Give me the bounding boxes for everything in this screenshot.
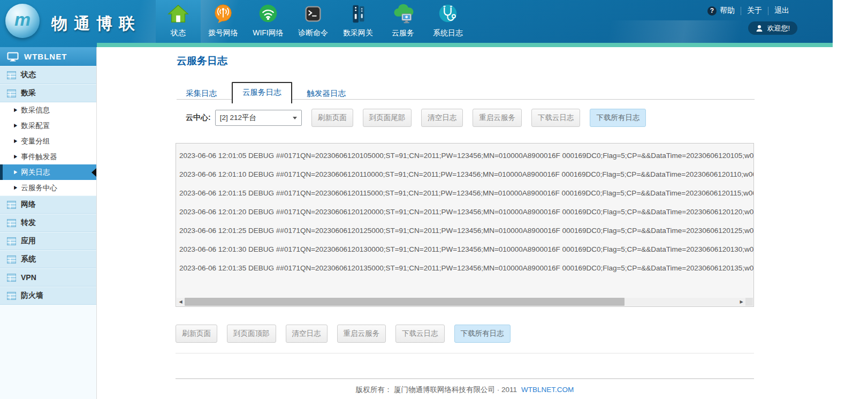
about-link[interactable]: 关于	[741, 6, 768, 16]
table-icon	[7, 201, 16, 209]
sidebar-item-vpn[interactable]: VPN	[0, 268, 96, 287]
refresh-page-button[interactable]: 刷新页面	[311, 109, 353, 127]
clear-log-button[interactable]: 清空日志	[421, 109, 463, 127]
sidebar-item-label: 状态	[21, 70, 36, 80]
sidebar-subitem-data-config[interactable]: ▶ 数采配置	[0, 118, 96, 133]
sidebar-subitem-gateway-log[interactable]: ▶ 网关日志	[0, 164, 96, 180]
table-icon	[7, 237, 16, 245]
clear-log-button-bottom[interactable]: 清空日志	[286, 325, 328, 343]
download-all-logs-button[interactable]: 下载所有日志	[590, 109, 646, 127]
sidebar-item-network[interactable]: 网络	[0, 195, 96, 214]
sidebar-item-label: 网络	[21, 200, 36, 209]
welcome-text: 欢迎您!	[767, 24, 790, 33]
monitor-icon	[7, 52, 19, 62]
go-to-page-top-button[interactable]: 到页面顶部	[227, 325, 276, 343]
sidebar-item-label: 防火墙	[21, 291, 43, 300]
triangle-icon: ▶	[14, 138, 17, 144]
triangle-icon: ▶	[14, 169, 17, 175]
nav-item-label: 诊断命令	[298, 28, 328, 38]
brand-logo-letter: m	[14, 9, 31, 30]
sidebar-item-application[interactable]: 应用	[0, 232, 96, 250]
sidebar-device-header: WTBLNET	[0, 47, 96, 66]
table-icon	[7, 255, 16, 264]
sidebar-subitem-variable-group[interactable]: ▶ 变量分组	[0, 133, 96, 149]
home-icon	[167, 2, 189, 26]
nav-item-system-log[interactable]: 系统日志	[425, 0, 470, 43]
download-cloud-log-button-bottom[interactable]: 下载云日志	[395, 325, 445, 343]
table-icon	[7, 274, 16, 282]
sidebar-item-label: 数采	[21, 88, 36, 98]
triangle-icon: ▶	[14, 107, 17, 112]
log-tabs: 采集日志 云服务日志 触发器日志	[178, 82, 354, 103]
scroll-right-arrow-icon[interactable]: ▶	[737, 298, 745, 306]
gateway-icon	[347, 2, 369, 26]
brand-name: 物通博联	[51, 13, 141, 35]
sidebar-item-label: 应用	[21, 236, 36, 246]
dial-network-icon	[212, 2, 234, 26]
tab-collect-log[interactable]: 采集日志	[178, 84, 225, 103]
wifi-icon	[257, 2, 279, 26]
chevron-down-icon	[293, 117, 297, 119]
bottom-toolbar: 刷新页面 到页面顶部 清空日志 重启云服务 下载云日志 下载所有日志	[166, 325, 511, 343]
table-icon	[7, 219, 16, 227]
copyright-text: 版权所有： 厦门物通博联网络科技有限公司 · 2011	[356, 386, 517, 394]
nav-item-cloud-service[interactable]: 云服务	[380, 0, 425, 43]
top-toolbar: 云中心: [2] 212平台 刷新页面 到页面尾部 清空日志 重启云服务 下载云…	[186, 109, 646, 126]
table-icon	[7, 292, 16, 300]
scroll-left-arrow-icon[interactable]: ◀	[177, 298, 185, 306]
log-line: 2023-06-06 12:01:15 DEBUG ##0171QN=20230…	[176, 184, 753, 202]
log-line: 2023-06-06 12:01:20 DEBUG ##0171QN=20230…	[176, 202, 753, 221]
tab-trigger-log[interactable]: 触发器日志	[299, 84, 354, 103]
cloud-center-selected-value: [2] 212平台	[220, 113, 256, 123]
refresh-page-button-bottom[interactable]: 刷新页面	[176, 325, 217, 343]
sidebar-item-firewall[interactable]: 防火墙	[0, 287, 96, 305]
logout-link[interactable]: 退出	[768, 6, 795, 16]
go-to-page-bottom-button[interactable]: 到页面尾部	[363, 109, 412, 127]
log-line: 2023-06-06 12:01:05 DEBUG ##0171QN=20230…	[176, 146, 753, 165]
nav-item-dial-network[interactable]: 拨号网络	[201, 0, 246, 43]
restart-cloud-service-button-bottom[interactable]: 重启云服务	[337, 325, 386, 343]
sidebar-item-forwarding[interactable]: 转发	[0, 214, 96, 232]
sidebar-subitem-data-info[interactable]: ▶ 数采信息	[0, 102, 96, 118]
help-link-label: 帮助	[720, 6, 735, 16]
sidebar-subitem-label: 变量分组	[21, 137, 50, 146]
stethoscope-icon	[437, 2, 459, 26]
help-link[interactable]: ? 帮助	[702, 6, 741, 16]
log-viewer[interactable]: 2023-06-06 12:01:05 DEBUG ##0171QN=20230…	[176, 143, 754, 307]
cloud-center-label: 云中心:	[186, 113, 211, 123]
nav-item-status[interactable]: 状态	[156, 0, 201, 43]
logout-link-label: 退出	[774, 6, 789, 16]
horizontal-scrollbar[interactable]: ◀ ▶	[177, 298, 753, 306]
nav-item-label: WIFI网络	[253, 28, 284, 38]
nav-item-wifi-network[interactable]: WIFI网络	[246, 0, 291, 43]
page-title: 云服务日志	[177, 54, 227, 68]
top-nav: 状态 拨号网络 WIFI网络	[156, 0, 470, 43]
nav-item-label: 拨号网络	[208, 28, 238, 38]
company-site-link[interactable]: WTBLNET.COM	[521, 386, 574, 394]
download-cloud-log-button[interactable]: 下载云日志	[531, 109, 581, 127]
cloud-center-select[interactable]: [2] 212平台	[215, 110, 302, 126]
sidebar-item-label: 系统	[21, 254, 36, 264]
sidebar-subitem-event-trigger[interactable]: ▶ 事件触发器	[0, 149, 96, 164]
cloud-icon	[391, 2, 415, 26]
sidebar-subitem-cloud-service-center[interactable]: ▶ 云服务中心	[0, 180, 96, 195]
terminal-icon	[302, 2, 324, 26]
sidebar-item-system[interactable]: 系统	[0, 250, 96, 268]
scrollbar-thumb[interactable]	[185, 298, 625, 306]
sidebar-subitem-label: 云服务中心	[21, 183, 57, 193]
sidebar-item-status[interactable]: 状态	[0, 66, 96, 84]
restart-cloud-service-button[interactable]: 重启云服务	[473, 109, 522, 127]
log-line: 2023-06-06 12:01:10 DEBUG ##0171QN=20230…	[176, 165, 753, 184]
header: m 物通博联 状态 拨号网络	[0, 0, 833, 47]
triangle-icon: ▶	[14, 185, 17, 190]
tab-cloud-service-log[interactable]: 云服务日志	[232, 82, 292, 103]
download-all-logs-button-bottom[interactable]: 下载所有日志	[454, 325, 511, 343]
sidebar-item-data-acquisition[interactable]: 数采	[0, 84, 96, 102]
triangle-icon: ▶	[14, 123, 17, 128]
nav-item-data-gateway[interactable]: 数采网关	[336, 0, 380, 43]
table-icon	[7, 71, 16, 79]
nav-item-diagnostic-command[interactable]: 诊断命令	[291, 0, 336, 43]
nav-item-label: 系统日志	[433, 28, 463, 38]
table-icon	[7, 89, 16, 97]
scrollbar-corner	[745, 298, 753, 306]
